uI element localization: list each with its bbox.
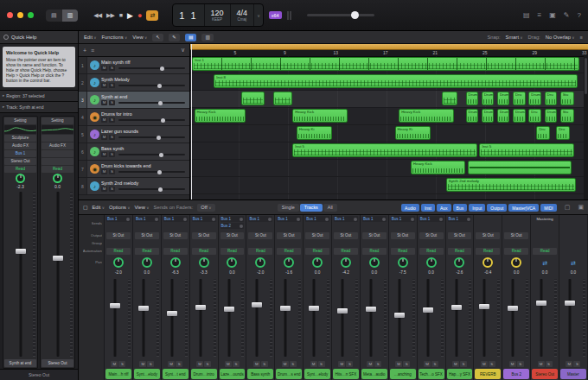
send-slot[interactable]: Bus 1 (135, 216, 159, 222)
midi-region[interactable]: Drum (466, 92, 479, 105)
region-inspector-row[interactable]: ▸ Region: 37 selected (0, 90, 78, 101)
fader-cap[interactable] (280, 306, 291, 311)
midi-region[interactable]: Heavy Kick (411, 161, 466, 174)
midi-region[interactable]: Inst 5 (479, 143, 573, 157)
automation-mode-button[interactable]: Read (391, 248, 415, 255)
record-button[interactable]: ● (137, 11, 141, 20)
fader-cap[interactable] (536, 301, 546, 306)
display-mode-icon[interactable]: ▤ (523, 11, 530, 20)
midi-region[interactable]: Dru (528, 109, 541, 123)
channel-fader[interactable] (190, 277, 218, 358)
send-knob-icon[interactable] (467, 218, 470, 221)
mute-button[interactable]: M (338, 361, 345, 367)
pan-knob[interactable] (199, 257, 209, 268)
mixer-menu-edit[interactable]: Edit (92, 205, 105, 210)
pan-knob[interactable] (227, 257, 237, 268)
mute-button[interactable]: M (538, 361, 545, 367)
group-section[interactable] (332, 240, 360, 247)
midi-region[interactable] (273, 92, 293, 105)
catch-playhead-button[interactable]: ▤ (185, 34, 196, 41)
list-editors-icon[interactable]: ≡ (538, 11, 542, 20)
send-knob-icon[interactable] (411, 218, 414, 221)
group-section[interactable] (474, 240, 502, 247)
audio-fx-slot[interactable]: Audio FX (4, 142, 36, 149)
pan-knob[interactable] (454, 257, 464, 268)
channel-name[interactable]: Synt…elody (304, 369, 330, 379)
snap-menu[interactable]: Smart (506, 35, 523, 40)
midi-region[interactable]: Drum (513, 109, 526, 123)
lcd-timesig-key[interactable]: 4/4 Cmaj (231, 4, 255, 26)
channel-fader[interactable] (559, 277, 587, 358)
mixer-channel[interactable]: Bus 1St OutRead0.0MSMeta…audio (361, 215, 389, 380)
solo-button[interactable]: S (460, 361, 467, 367)
midi-region[interactable] (241, 92, 265, 105)
fader-cap[interactable] (224, 307, 234, 312)
automation-mode-button[interactable]: Read (106, 248, 131, 255)
pan-knob[interactable] (312, 257, 323, 268)
send-knob-icon[interactable] (325, 218, 329, 221)
mixer-dual-icon[interactable]: ▣ (578, 204, 584, 211)
track-header[interactable]: 4◉Drums for introMS (79, 109, 189, 126)
channel-name[interactable]: Tech…o SFX (419, 369, 444, 379)
mixer-channel[interactable]: Bus 1St OutRead-4.2MSHits…n SFX (332, 215, 361, 380)
mute-button[interactable]: M (101, 83, 107, 88)
automation-mode-button[interactable]: Read (135, 248, 159, 255)
solo-button[interactable]: S (204, 361, 211, 367)
midi-region[interactable]: Dru (513, 92, 526, 105)
arrange-lane[interactable]: Synth 2nd melody (190, 177, 584, 194)
mixer-filter-button[interactable]: Inst (421, 204, 435, 212)
channel-strip-output[interactable]: Setting Audio FX Read 0.0 Stereo Out (40, 116, 75, 370)
solo-button[interactable]: S (109, 117, 115, 123)
mixer-channel[interactable]: Bus 1St OutRead-3.3MSDrum…intro (190, 215, 219, 380)
channel-name[interactable]: Stereo Out (532, 369, 558, 379)
solo-button[interactable]: S (118, 361, 125, 367)
volume-knob[interactable] (351, 11, 359, 19)
channel-fader[interactable] (246, 277, 274, 358)
mute-button[interactable]: M (101, 135, 107, 140)
track-volume-slider[interactable] (118, 85, 185, 86)
menu-functions[interactable]: Functions (102, 35, 128, 40)
mixer-filter-button[interactable]: Output (487, 204, 507, 212)
send-knob-icon[interactable] (240, 218, 243, 221)
mute-button[interactable]: M (225, 361, 232, 367)
quick-help-header[interactable]: Quick Help (0, 31, 78, 44)
channel-fader[interactable] (41, 190, 74, 359)
automation-mode-button[interactable]: Read (4, 166, 36, 173)
output-slot[interactable]: St Out (192, 232, 216, 239)
group-section[interactable] (418, 240, 445, 247)
instrument-slot[interactable]: Sculpture (4, 135, 36, 142)
arrange-lane[interactable]: Inst 8 (190, 73, 584, 91)
midi-region[interactable]: Synth 2nd melody (446, 178, 576, 192)
output-slot[interactable]: St Out (419, 232, 444, 239)
zoom-controls-icon[interactable]: ≡ (580, 35, 583, 40)
group-section[interactable] (275, 240, 303, 247)
mixer-channel[interactable]: ⇄0.0MSMaster (559, 215, 588, 380)
channel-fader[interactable] (304, 277, 331, 358)
output-slot[interactable] (42, 158, 74, 165)
automation-mode-button[interactable]: Read (476, 248, 500, 255)
automation-mode-button[interactable]: Read (163, 248, 188, 255)
fader-cap[interactable] (195, 305, 206, 310)
solo-button[interactable]: S (489, 361, 495, 367)
mute-button[interactable]: M (101, 117, 107, 123)
lcd-tempo[interactable]: 120 KEEP (205, 4, 231, 26)
output-slot[interactable]: St Out (448, 232, 472, 239)
group-section[interactable] (531, 240, 559, 247)
mute-button[interactable]: M (395, 361, 402, 367)
channel-name[interactable]: Drum…intro (191, 369, 217, 379)
send-knob-icon[interactable] (439, 218, 443, 221)
midi-region[interactable]: Stu (560, 92, 574, 105)
fader-cap[interactable] (110, 303, 120, 308)
automation-mode-button[interactable]: Read (362, 248, 387, 255)
send-slot[interactable]: Bus 1 (277, 216, 301, 222)
track-volume-slider[interactable] (118, 119, 185, 121)
notes-icon[interactable]: ✎ (564, 11, 570, 20)
group-section[interactable] (133, 240, 161, 247)
mixer-view-mode-all[interactable]: All (323, 204, 337, 212)
arrange-lane[interactable]: Heavy KickHeavy KickHeavy KickDrumDrumDr… (190, 108, 584, 125)
send-knob-icon[interactable] (212, 218, 215, 221)
send-slot[interactable]: Bus 1 (391, 216, 415, 222)
solo-button[interactable]: S (346, 361, 353, 367)
channel-name[interactable]: …anching (390, 369, 416, 379)
channel-name[interactable]: Drum…s end (276, 369, 302, 379)
